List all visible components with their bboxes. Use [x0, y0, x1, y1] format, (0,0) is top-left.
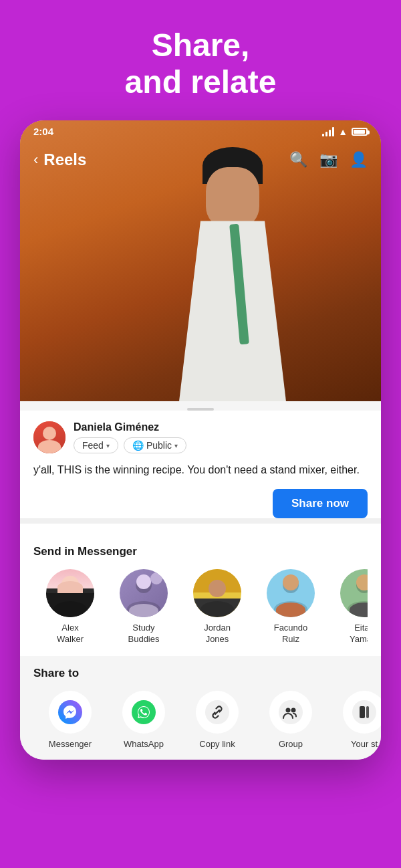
- search-icon[interactable]: 🔍: [289, 151, 307, 169]
- wifi-icon: ▲: [338, 126, 348, 137]
- group-icon-circle: [269, 691, 312, 734]
- section-divider-1: [20, 518, 381, 524]
- drag-handle-area: [20, 401, 381, 411]
- phone-mockup: 2:04 ▲ ‹ Reels 🔍: [20, 120, 381, 759]
- feed-tag-label: Feed: [82, 440, 104, 451]
- contact-name-alex: AlexWalker: [57, 623, 84, 645]
- header-title-line2: and relate: [125, 64, 277, 100]
- contact-eitan[interactable]: EitanYamam: [327, 569, 368, 645]
- contact-facundo-ruiz[interactable]: FacundoRuiz: [254, 569, 327, 645]
- status-time: 2:04: [33, 126, 53, 137]
- status-icons: ▲: [322, 126, 368, 137]
- contact-avatar-alex: [46, 569, 94, 617]
- story-share-label: Your st: [351, 739, 378, 749]
- share-to-title: Share to: [33, 667, 368, 680]
- battery-icon: [352, 128, 368, 136]
- copy-link-icon: [205, 700, 229, 724]
- share-to-row: Messenger WhatsApp Cop: [33, 691, 368, 749]
- contact-name-study: StudyBuddies: [128, 623, 160, 645]
- svg-point-0: [58, 700, 82, 724]
- profile-icon[interactable]: 👤: [350, 151, 368, 169]
- contact-avatar-facundo: [267, 569, 315, 617]
- send-in-messenger-title: Send in Messenger: [33, 545, 368, 558]
- group-share-label: Group: [279, 739, 303, 749]
- share-to-group[interactable]: Group: [254, 691, 327, 749]
- feed-tag[interactable]: Feed ▾: [74, 437, 118, 453]
- share-to-section: Share to Messenger: [20, 656, 381, 760]
- status-bar: 2:04 ▲: [20, 120, 381, 142]
- share-to-copy-link[interactable]: Copy link: [180, 691, 254, 749]
- contact-name-eitan: EitanYamam: [350, 623, 368, 645]
- contact-study-buddies[interactable]: StudyBuddies: [107, 569, 180, 645]
- whatsapp-icon: [132, 700, 156, 724]
- header-title-line1: Share,: [152, 27, 250, 63]
- messenger-section: Send in Messenger AlexWalker StudyBuddie…: [20, 534, 381, 656]
- reels-title: Reels: [43, 150, 86, 169]
- contact-avatar-study: [120, 569, 168, 617]
- author-avatar: [33, 421, 65, 453]
- post-caption: y'all, THIS is the winning recipe. You d…: [33, 463, 368, 477]
- messenger-share-label: Messenger: [49, 739, 92, 749]
- share-to-whatsapp[interactable]: WhatsApp: [107, 691, 180, 749]
- author-name: Daniela Giménez: [74, 421, 368, 433]
- share-to-story[interactable]: Your st: [327, 691, 381, 749]
- story-icon-circle: [343, 691, 381, 734]
- public-tag[interactable]: 🌐 Public ▾: [124, 437, 186, 453]
- contact-jordan-jones[interactable]: JordanJones: [180, 569, 254, 645]
- contact-avatar-jordan: [193, 569, 241, 617]
- story-icon: [352, 700, 376, 724]
- share-now-button[interactable]: Share now: [273, 489, 368, 518]
- svg-point-3: [279, 700, 303, 724]
- svg-rect-8: [366, 706, 369, 718]
- contact-name-facundo: FacundoRuiz: [274, 623, 308, 645]
- back-arrow-icon[interactable]: ‹: [33, 151, 38, 169]
- post-info: Daniela Giménez Feed ▾ 🌐 Public ▾: [33, 421, 368, 453]
- contact-alex-walker[interactable]: AlexWalker: [33, 569, 107, 645]
- group-icon: [279, 700, 303, 724]
- svg-point-4: [286, 708, 291, 712]
- camera-icon[interactable]: 📷: [319, 151, 338, 169]
- copy-link-label: Copy link: [199, 739, 235, 749]
- public-tag-label: Public: [146, 440, 172, 451]
- share-sheet: Daniela Giménez Feed ▾ 🌐 Public ▾ y'all,…: [20, 411, 381, 534]
- reels-nav: ‹ Reels 🔍 📷 👤: [20, 144, 381, 176]
- contact-avatar-eitan: [340, 569, 368, 617]
- reels-video-area: 2:04 ▲ ‹ Reels 🔍: [20, 120, 381, 401]
- public-tag-chevron: ▾: [174, 442, 178, 449]
- svg-point-1: [132, 700, 156, 724]
- messenger-icon-circle: [49, 691, 92, 734]
- post-tags: Feed ▾ 🌐 Public ▾: [74, 437, 368, 453]
- svg-rect-7: [360, 706, 365, 718]
- drag-handle: [187, 408, 214, 411]
- page-header: Share, and relate: [0, 0, 401, 120]
- whatsapp-icon-circle: [122, 691, 165, 734]
- share-to-messenger[interactable]: Messenger: [33, 691, 107, 749]
- messenger-icon: [58, 700, 82, 724]
- copy-link-icon-circle: [196, 691, 239, 734]
- whatsapp-share-label: WhatsApp: [124, 739, 164, 749]
- contacts-row: AlexWalker StudyBuddies JordanJones: [33, 569, 368, 645]
- globe-icon: 🌐: [132, 440, 144, 451]
- post-meta: Daniela Giménez Feed ▾ 🌐 Public ▾: [74, 421, 368, 453]
- contact-name-jordan: JordanJones: [204, 623, 231, 645]
- feed-tag-chevron: ▾: [106, 442, 110, 449]
- signal-bars-icon: [322, 127, 334, 136]
- svg-point-5: [291, 708, 296, 712]
